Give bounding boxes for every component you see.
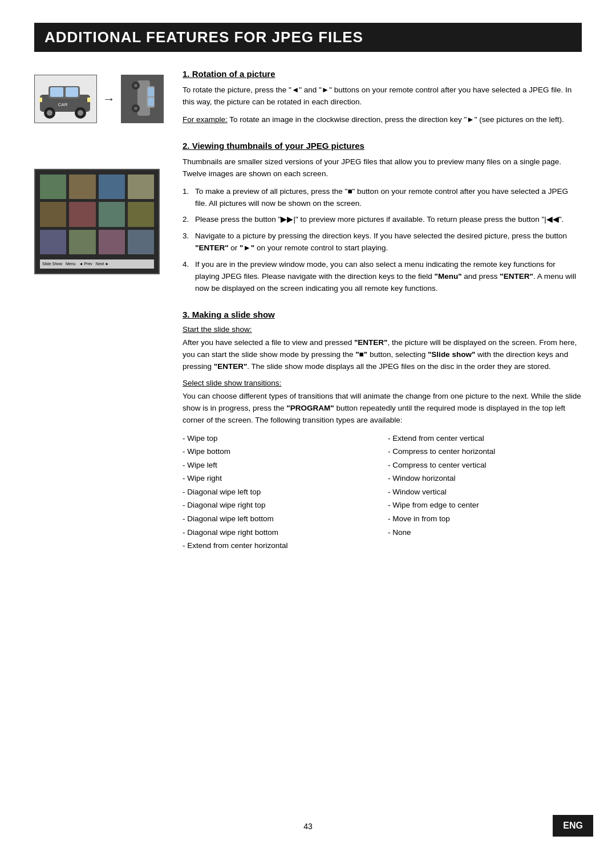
list-item: - Diagonal wipe left top <box>183 486 376 498</box>
list-item: 4. If you are in the preview window mode… <box>183 259 582 295</box>
transition-list-right: - Extend from center vertical - Compress… <box>388 432 582 553</box>
page: ADDITIONAL FEATURES FOR JPEG FILES <box>0 0 616 848</box>
list-text: Navigate to a picture by pressing the di… <box>195 230 582 254</box>
list-item: - Move in from top <box>388 513 582 525</box>
thumb-cell <box>128 202 154 226</box>
transition-list-left: - Wipe top - Wipe bottom - Wipe left - W… <box>183 432 376 553</box>
list-item: - Wipe left <box>183 459 376 472</box>
svg-rect-14 <box>148 98 154 106</box>
list-item: - Diagonal wipe right top <box>183 499 376 512</box>
thumb-cell <box>69 175 95 199</box>
list-item: - Compress to center horizontal <box>388 445 582 458</box>
subheading-start: Start the slide show: <box>183 325 582 334</box>
page-title: ADDITIONAL FEATURES FOR JPEG FILES <box>44 29 572 46</box>
rotation-images: CAR → <box>34 75 165 123</box>
rotation-arrow: → <box>103 92 115 107</box>
svg-point-5 <box>47 110 52 116</box>
section1-title: 1. Rotation of a picture <box>183 69 582 79</box>
list-item: - Wipe right <box>183 472 376 485</box>
page-header: ADDITIONAL FEATURES FOR JPEG FILES <box>34 23 582 52</box>
svg-text:CAR: CAR <box>58 102 68 107</box>
svg-rect-8 <box>87 98 91 102</box>
svg-rect-13 <box>148 87 154 96</box>
list-num: 4. <box>183 259 192 295</box>
list-item: - Diagonal wipe right bottom <box>183 526 376 539</box>
section1-para1: To rotate the picture, press the "◄" and… <box>183 84 582 108</box>
list-item: - Window horizontal <box>388 472 582 485</box>
list-num: 2. <box>183 214 192 226</box>
list-item: - Wipe bottom <box>183 445 376 458</box>
section1-example-label: For example: <box>183 115 228 124</box>
section2-title: 2. Viewing thumbnails of your JPEG pictu… <box>183 141 582 151</box>
right-column: 1. Rotation of a picture To rotate the p… <box>183 69 582 568</box>
toolbar-menu: Menu <box>66 262 76 266</box>
thumb-cell <box>99 230 125 254</box>
section3-title: 3. Making a slide show <box>183 310 582 319</box>
list-item: - Window vertical <box>388 486 582 498</box>
list-item: - Compress to center vertical <box>388 459 582 472</box>
thumb-cell <box>40 175 66 199</box>
left-column: CAR → <box>34 69 165 568</box>
svg-point-16 <box>134 84 137 87</box>
thumb-cell <box>69 230 95 254</box>
svg-rect-2 <box>50 87 63 97</box>
list-item: - Wipe top <box>183 432 376 445</box>
thumb-row-2 <box>40 202 154 226</box>
thumbnail-grid-image: Slide Show Menu ◄ Prev Next ► <box>34 169 160 274</box>
list-item: 2. Please press the button "▶▶|" to prev… <box>183 214 582 226</box>
list-text: Please press the button "▶▶|" to preview… <box>195 214 564 226</box>
list-num: 1. <box>183 186 192 210</box>
thumb-cell <box>99 202 125 226</box>
transition-list: - Wipe top - Wipe bottom - Wipe left - W… <box>183 432 582 553</box>
eng-badge: ENG <box>553 815 593 837</box>
list-num: 3. <box>183 230 192 254</box>
section2-list: 1. To make a preview of all pictures, pr… <box>183 186 582 295</box>
car-image-rotated <box>121 75 164 123</box>
thumb-row-1 <box>40 175 154 199</box>
section2-intro: Thumbnails are smaller sized versions of… <box>183 156 582 180</box>
car-image-normal: CAR <box>34 75 97 123</box>
list-item: - Wipe from edge to center <box>388 499 582 512</box>
toolbar-next: Next ► <box>96 262 109 266</box>
section1-example-text: To rotate an image in the clockwise dire… <box>228 115 564 124</box>
toolbar-slideshow: Slide Show <box>42 262 62 266</box>
toolbar-prev: ◄ Prev <box>79 262 92 266</box>
list-item: - Diagonal wipe left bottom <box>183 513 376 525</box>
page-footer: 43 <box>0 822 616 831</box>
thumb-cell <box>69 202 95 226</box>
thumb-row-3 <box>40 230 154 254</box>
thumb-cell <box>40 202 66 226</box>
subheading-transitions: Select slide show transitions: <box>183 379 582 387</box>
section3-para2: You can choose different types of transi… <box>183 391 582 427</box>
main-content: CAR → <box>34 69 582 568</box>
svg-point-18 <box>134 107 137 110</box>
section1-para2: For example: To rotate an image in the c… <box>183 114 582 126</box>
thumb-cell <box>128 175 154 199</box>
svg-rect-9 <box>39 98 42 102</box>
section-rotation: 1. Rotation of a picture To rotate the p… <box>183 69 582 126</box>
svg-point-7 <box>78 110 83 116</box>
page-number: 43 <box>303 822 313 831</box>
list-item: 1. To make a preview of all pictures, pr… <box>183 186 582 210</box>
section-thumbnails: 2. Viewing thumbnails of your JPEG pictu… <box>183 141 582 295</box>
list-item: - Extend from center horizontal <box>183 539 376 552</box>
list-item: 3. Navigate to a picture by pressing the… <box>183 230 582 254</box>
svg-rect-3 <box>66 87 78 97</box>
list-item: - None <box>388 526 582 539</box>
thumb-cell <box>128 230 154 254</box>
list-text: To make a preview of all pictures, press… <box>195 186 582 210</box>
list-text: If you are in the preview window mode, y… <box>195 259 582 295</box>
section-slideshow: 3. Making a slide show Start the slide s… <box>183 310 582 553</box>
section3-para1: After you have selected a file to view a… <box>183 337 582 373</box>
thumbnail-toolbar: Slide Show Menu ◄ Prev Next ► <box>40 259 154 269</box>
thumb-cell <box>40 230 66 254</box>
list-item: - Extend from center vertical <box>388 432 582 445</box>
thumb-cell <box>99 175 125 199</box>
